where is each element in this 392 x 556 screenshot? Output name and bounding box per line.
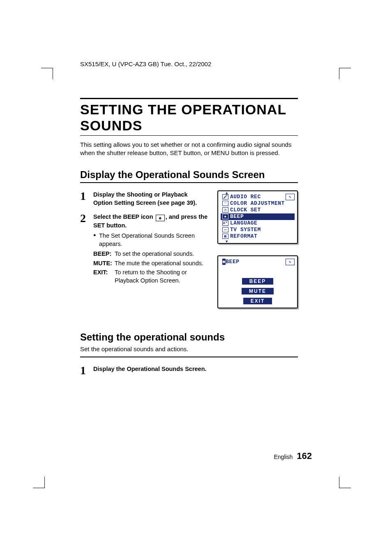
page-title: SETTING THE OPERATIONAL SOUNDS (80, 102, 298, 134)
lcd-beep-screen: ♠ BEEP ✎ BEEPMUTEEXIT (217, 255, 298, 308)
lcd-option: BEEP (242, 278, 274, 285)
def-desc: To set the operational sounds. (115, 250, 208, 258)
step: 1 Display the Shooting or Playback Optio… (80, 190, 208, 207)
menu-item-icon: ▦ (222, 234, 228, 239)
page-content: SETTING THE OPERATIONAL SOUNDS This sett… (80, 98, 298, 382)
step-number: 1 (80, 365, 93, 376)
def-desc: The mute the operational sounds. (115, 259, 208, 267)
tool-icon: ✎ (286, 259, 295, 265)
intro-text: This setting allows you to set whether o… (80, 141, 298, 158)
menu-item-label: CLOCK SET (230, 207, 261, 213)
def-term: MUTE: (93, 259, 115, 267)
crop-mark (330, 60, 351, 80)
lcd-menu-item: ♠BEEP (221, 213, 295, 220)
menu-item-label: AUDIO REC (230, 194, 261, 200)
step: 1 Display the Operational Sounds Screen. (80, 365, 298, 376)
step-number: 1 (80, 190, 93, 207)
menu-item-label: LANGUAGE (230, 220, 257, 226)
menu-item-label: BEEP (230, 213, 244, 220)
step-number: 2 (80, 213, 93, 285)
footer-lang: English (274, 454, 293, 460)
menu-item-icon: ♡ (222, 201, 228, 206)
step-text: Select the BEEP icon (93, 213, 155, 220)
lcd-option: MUTE (242, 288, 274, 294)
step-text: Display the Operational Sounds Screen. (93, 366, 207, 372)
def-desc: To return to the Shooting or Playback Op… (115, 268, 208, 285)
menu-item-icon: ▭ (222, 227, 228, 232)
crop-mark (41, 60, 62, 80)
section-heading: Setting the operational sounds (80, 331, 298, 343)
bullet-icon: ● (93, 232, 99, 248)
page-number: 162 (297, 451, 312, 461)
lcd-menu-item: ◷CLOCK SET (221, 207, 295, 213)
def-term: BEEP: (93, 250, 115, 258)
scroll-up-icon: ▲ (226, 191, 228, 195)
step: 2 Select the BEEP icon ♠, and press the … (80, 213, 208, 285)
menu-item-icon: ◷ (222, 207, 228, 213)
menu-item-label: REFORMAT (230, 233, 257, 239)
lcd-menu-item: 🎤AUDIO REC (221, 194, 295, 200)
crop-mark (330, 476, 351, 496)
doc-header: SX515/EX, U (VPC-AZ3 GB) Tue. Oct., 22/2… (80, 60, 211, 67)
lcd-menu-item: ♡COLOR ADJUSTMENT (221, 200, 295, 207)
beep-icon: ♠ (222, 259, 226, 265)
lcd-menu-item: ▭TV SYSTEM (221, 227, 295, 233)
def-term: EXIT: (93, 268, 115, 285)
menu-item-icon: Aᵇ (222, 220, 228, 226)
menu-item-label: TV SYSTEM (230, 227, 261, 233)
rule (80, 135, 298, 136)
crop-mark (33, 476, 53, 496)
rule (80, 182, 298, 183)
lcd-menu-item: AᵇLANGUAGE (221, 220, 295, 227)
page-footer: English 162 (274, 451, 312, 461)
beep-icon: ♠ (156, 215, 165, 221)
lcd-menu-screen: ▲ ✎ 🎤AUDIO REC♡COLOR ADJUSTMENT◷CLOCK SE… (217, 190, 298, 244)
rule (80, 98, 298, 99)
rule (80, 357, 298, 357)
tool-icon: ✎ (286, 194, 295, 200)
lcd-option: EXIT (243, 298, 272, 304)
lcd-title: BEEP (226, 259, 239, 265)
section-heading: Display the Operational Sounds Screen (80, 169, 298, 181)
menu-item-label: COLOR ADJUSTMENT (230, 200, 285, 206)
scroll-down-icon: ▼ (226, 240, 228, 244)
step-text: Display the Shooting or Playback Option … (93, 191, 197, 206)
menu-item-icon: ♠ (222, 214, 228, 219)
section-subtext: Set the operational sounds and actions. (80, 345, 298, 352)
bullet-text: The Set Operational Sounds Screen appear… (99, 232, 208, 248)
lcd-menu-item: ▦REFORMAT (221, 233, 295, 240)
